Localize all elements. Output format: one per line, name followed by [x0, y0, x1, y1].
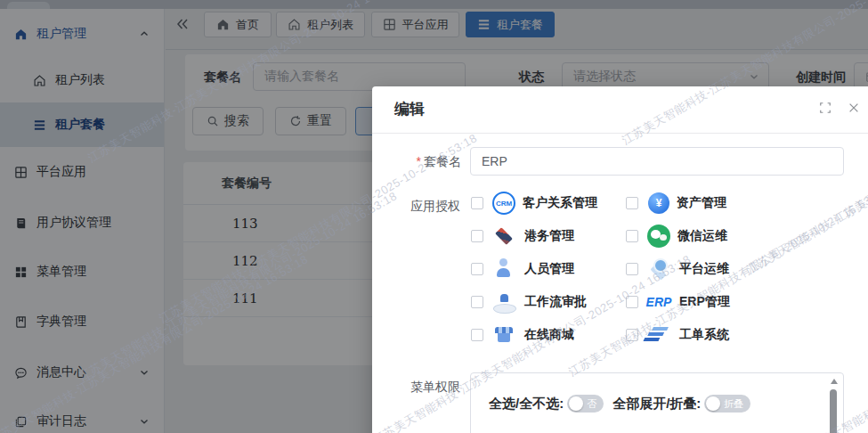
app-checkbox[interactable]: [471, 230, 483, 242]
app-screen: 租户管理租户列表租户套餐平台应用用户协议管理菜单管理字典管理消息中心审计日志 首…: [0, 0, 868, 433]
package-name-field-label: *套餐名: [373, 147, 461, 176]
app-name-label: 工作流审批: [524, 294, 587, 310]
app-auth-item[interactable]: ERPERP管理: [626, 289, 854, 315]
menu-permission-label: 菜单权限: [372, 372, 460, 401]
expand-collapse-switch[interactable]: 折叠: [704, 395, 750, 413]
app-name-label: 在线商城: [524, 327, 574, 343]
select-all-label: 全选/全不选:: [489, 396, 564, 413]
fullscreen-icon[interactable]: [819, 102, 831, 114]
dialog-header: 编辑: [372, 86, 868, 134]
close-icon[interactable]: [848, 102, 860, 114]
app-auth-item[interactable]: CRM客户关系管理: [471, 190, 626, 216]
app-auth-item[interactable]: 平台运维: [626, 256, 854, 282]
select-all-switch[interactable]: 否: [567, 395, 604, 413]
edit-dialog: 编辑 *套餐名 应用授权 CRM客户关系管理¥资产管理港务管理微信运维人员管理平…: [372, 86, 868, 433]
app-checkbox[interactable]: [471, 197, 483, 209]
app-name-label: 资产管理: [677, 195, 726, 211]
wechat-app-icon: [647, 225, 670, 248]
apps-auth-label: 应用授权: [372, 192, 460, 220]
expand-collapse-label: 全部展开/折叠:: [612, 396, 701, 413]
shop-app-icon: [491, 323, 517, 347]
app-name-label: ERP管理: [679, 294, 730, 310]
scroll-up-arrow[interactable]: [831, 379, 838, 384]
app-checkbox[interactable]: [626, 197, 638, 209]
erp-app-icon: ERP: [645, 290, 672, 315]
app-auth-item[interactable]: ¥资产管理: [626, 190, 854, 216]
app-auth-item[interactable]: 在线商城: [471, 322, 626, 348]
workflow-app-icon: [491, 290, 517, 315]
menu-permission-box: 全选/全不选: 否 全部展开/折叠: 折叠: [470, 372, 844, 433]
menu-controls: 全选/全不选: 否 全部展开/折叠: 折叠: [489, 395, 759, 413]
app-checkbox[interactable]: [626, 263, 638, 275]
app-checkbox[interactable]: [471, 263, 483, 275]
app-name-label: 工单系统: [679, 327, 729, 343]
scrollbar-thumb[interactable]: [830, 389, 837, 433]
app-checkbox[interactable]: [471, 329, 483, 341]
app-name-label: 平台运维: [679, 261, 729, 277]
person-app-icon: [491, 257, 517, 282]
workorder-app-icon: [645, 323, 672, 347]
menu-scrollbar[interactable]: [829, 377, 839, 433]
app-checkbox[interactable]: [626, 329, 638, 341]
app-checkbox[interactable]: [626, 296, 638, 308]
select-all-switch-text: 否: [587, 397, 596, 411]
app-name-label: 微信运维: [677, 228, 727, 244]
app-name-label: 客户关系管理: [523, 195, 597, 211]
app-name-label: 人员管理: [524, 261, 574, 277]
platform-app-icon: [645, 257, 672, 282]
app-auth-item[interactable]: 人员管理: [471, 256, 626, 282]
crm-app-icon: CRM: [492, 192, 515, 215]
port-app-icon: [491, 224, 517, 249]
package-name-field[interactable]: [470, 147, 844, 176]
app-auth-item[interactable]: 微信运维: [626, 223, 854, 249]
app-checkbox[interactable]: [471, 296, 483, 308]
dialog-title: 编辑: [394, 99, 425, 119]
app-auth-item[interactable]: 港务管理: [471, 223, 626, 249]
app-auth-item[interactable]: 工作流审批: [471, 289, 626, 315]
asset-app-icon: ¥: [648, 192, 669, 214]
expand-collapse-switch-text: 折叠: [724, 397, 743, 411]
app-name-label: 港务管理: [524, 228, 574, 244]
required-star: *: [417, 154, 421, 168]
app-auth-item[interactable]: 工单系统: [626, 322, 854, 348]
app-checkbox[interactable]: [626, 230, 638, 242]
apps-auth-grid: CRM客户关系管理¥资产管理港务管理微信运维人员管理平台运维工作流审批ERPER…: [471, 190, 854, 348]
